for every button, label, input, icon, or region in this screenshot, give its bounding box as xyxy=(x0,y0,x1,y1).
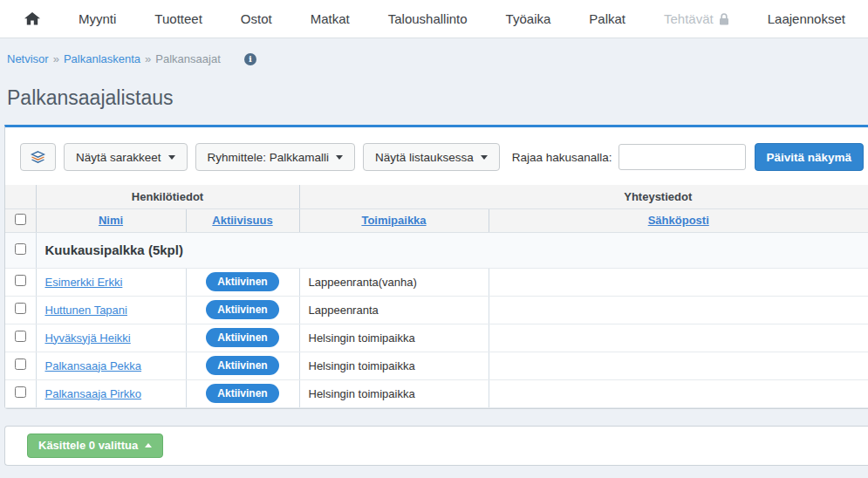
sort-by-email[interactable]: Sähköposti xyxy=(648,214,709,227)
chevron-down-icon xyxy=(336,155,343,160)
employee-location: Helsingin toimipaikka xyxy=(299,324,489,352)
chevron-down-icon xyxy=(481,155,488,160)
group-row-label: Kuukausipalkka (5kpl) xyxy=(36,232,868,268)
bulk-action-panel: Käsittele 0 valittua xyxy=(4,426,868,466)
group-by-button[interactable]: Ryhmittele: Palkkamalli xyxy=(195,143,356,171)
group-header-contact: Yhteystiedot xyxy=(299,185,868,208)
nav-item-home[interactable] xyxy=(24,12,40,25)
employee-email xyxy=(489,296,868,324)
layers-button[interactable] xyxy=(20,143,56,171)
nav-item-tehtavat[interactable]: Tehtävät xyxy=(664,11,729,26)
main-panel: Näytä sarakkeet Ryhmittele: Palkkamalli … xyxy=(4,125,868,409)
employee-table: Henkilötiedot Yhteystiedot Nimi Aktiivis… xyxy=(5,185,868,408)
status-badge: Aktiivinen xyxy=(206,384,278,403)
status-badge: Aktiivinen xyxy=(206,328,278,347)
search-input[interactable] xyxy=(619,144,746,170)
toolbar: Näytä sarakkeet Ryhmittele: Palkkamalli … xyxy=(5,127,868,185)
top-nav: Myynti Tuotteet Ostot Matkat Taloushalli… xyxy=(0,0,868,38)
employee-email xyxy=(489,379,868,407)
column-header-row: Nimi Aktiivisuus Toimipaikka Sähköposti xyxy=(5,208,868,232)
nav-item-myynti[interactable]: Myynti xyxy=(79,11,116,26)
group-header-row: Henkilötiedot Yhteystiedot xyxy=(5,185,868,208)
status-badge: Aktiivinen xyxy=(206,272,278,291)
row-checkbox[interactable] xyxy=(15,303,26,314)
employee-name-link[interactable]: Palkansaaja Pekka xyxy=(45,359,142,372)
status-badge: Aktiivinen xyxy=(206,300,278,319)
sort-by-activity[interactable]: Aktiivisuus xyxy=(212,214,272,227)
breadcrumb-separator: » xyxy=(145,52,151,65)
nav-item-laajennokset[interactable]: Laajennokset xyxy=(768,11,845,26)
employee-location: Helsingin toimipaikka xyxy=(299,379,489,407)
sort-by-location[interactable]: Toimipaikka xyxy=(361,214,426,227)
table-row: Palkansaaja Pirkko Aktiivinen Helsingin … xyxy=(5,379,868,407)
refresh-view-button[interactable]: Päivitä näkymä xyxy=(755,143,865,171)
sort-by-name[interactable]: Nimi xyxy=(99,214,123,227)
nav-item-tyoaika[interactable]: Työaika xyxy=(506,11,551,26)
row-checkbox[interactable] xyxy=(15,331,26,342)
breadcrumb-link-netvisor[interactable]: Netvisor xyxy=(7,52,49,65)
breadcrumb: Netvisor » Palkanlaskenta » Palkansaajat… xyxy=(0,38,868,65)
nav-item-palkat[interactable]: Palkat xyxy=(589,11,625,26)
breadcrumb-link-palkanlaskenta[interactable]: Palkanlaskenta xyxy=(64,52,140,65)
employee-email xyxy=(489,352,868,379)
show-columns-button[interactable]: Näytä sarakkeet xyxy=(64,143,188,171)
nav-item-tuotteet[interactable]: Tuotteet xyxy=(154,11,202,26)
employee-location: Helsingin toimipaikka xyxy=(299,352,489,379)
employee-email xyxy=(489,324,868,352)
breadcrumb-separator: » xyxy=(53,52,59,65)
table-row: Huttunen Tapani Aktiivinen Lappeenranta xyxy=(5,296,868,324)
employee-name-link[interactable]: Huttunen Tapani xyxy=(45,304,127,317)
select-all-checkbox[interactable] xyxy=(15,214,26,225)
employee-name-link[interactable]: Palkansaaja Pirkko xyxy=(45,387,142,400)
row-checkbox[interactable] xyxy=(15,358,26,370)
employee-name-link[interactable]: Esimerkki Erkki xyxy=(45,276,123,289)
row-checkbox[interactable] xyxy=(15,275,26,286)
table-row: Palkansaaja Pekka Aktiivinen Helsingin t… xyxy=(5,352,868,379)
table-row: Hyväksyjä Heikki Aktiivinen Helsingin to… xyxy=(5,324,868,352)
employee-location: Lappeenranta xyxy=(299,296,489,324)
employee-name-link[interactable]: Hyväksyjä Heikki xyxy=(45,331,131,345)
group-header-personal: Henkilötiedot xyxy=(36,185,299,208)
nav-item-taloushallinto[interactable]: Taloushallinto xyxy=(388,11,468,26)
breadcrumb-current: Palkansaajat xyxy=(155,52,220,65)
home-icon xyxy=(24,12,40,25)
layers-icon xyxy=(31,151,45,164)
chevron-up-icon xyxy=(145,443,152,447)
status-badge: Aktiivinen xyxy=(206,356,278,375)
show-in-list-button[interactable]: Näytä listauksessa xyxy=(363,143,500,171)
info-icon[interactable]: i xyxy=(244,53,256,65)
employee-table-body: Kuukausipalkka (5kpl) Esimerkki Erkki Ak… xyxy=(5,232,868,407)
search-label: Rajaa hakusanalla: xyxy=(512,151,612,164)
group-checkbox[interactable] xyxy=(15,243,26,255)
chevron-down-icon xyxy=(168,155,175,160)
row-checkbox[interactable] xyxy=(15,386,26,398)
bulk-action-button[interactable]: Käsittele 0 valittua xyxy=(27,434,163,458)
nav-item-ostot[interactable]: Ostot xyxy=(241,11,272,26)
lock-icon xyxy=(719,13,729,25)
page-title: Palkansaajalistaus xyxy=(0,65,868,110)
nav-item-matkat[interactable]: Matkat xyxy=(311,11,350,26)
table-row: Esimerkki Erkki Aktiivinen Lappeenranta(… xyxy=(5,268,868,296)
salary-model-group-row: Kuukausipalkka (5kpl) xyxy=(5,232,868,268)
employee-email xyxy=(489,268,868,296)
employee-location: Lappeenranta(vanha) xyxy=(299,268,489,296)
